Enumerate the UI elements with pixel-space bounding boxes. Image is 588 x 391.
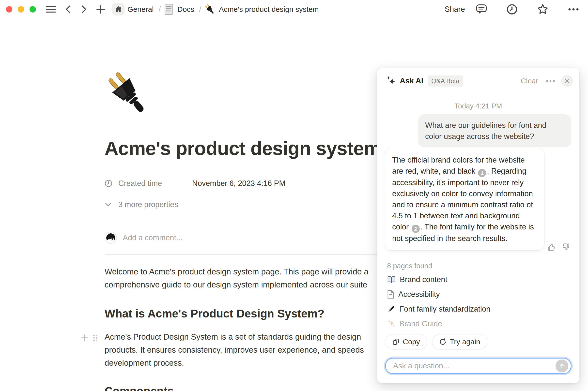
source-page-accessibility[interactable]: Accessibility [387,290,440,299]
intro-paragraph-line[interactable]: comprehensive guide to our design system… [105,280,367,290]
property-created-time[interactable]: Created time November 6, 2023 4:16 PM [105,179,285,188]
plug-icon [204,4,216,15]
share-button[interactable]: Share [445,5,465,14]
close-window-button[interactable] [6,6,12,12]
breadcrumb-separator: / [199,5,201,13]
try-again-button[interactable]: Try again [432,334,487,349]
zoom-window-button[interactable] [29,6,36,12]
source-page-font-family[interactable]: Font family standardization [387,305,490,313]
breadcrumb-separator: / [159,5,161,13]
page-title[interactable]: Acme's product design system [105,137,381,160]
user-question-bubble: What are our guidelines for font and col… [418,114,571,147]
home-icon [115,6,122,13]
try-again-button-label: Try again [450,338,480,346]
source-page-label: Font family standardization [399,305,490,313]
qa-beta-badge: Q&A Beta [428,76,463,87]
toolbar-right: Share [445,4,579,15]
add-block-icon[interactable] [81,334,89,342]
conversation-timestamp: Today 4:21 PM [377,102,579,110]
ask-ai-panel: Ask AI Q&A Beta Clear Today 4:21 PM What… [377,68,580,383]
breadcrumb-item-general[interactable]: General [127,5,154,13]
history-clock-icon[interactable] [506,4,518,15]
arrow-up-icon [558,362,566,370]
more-properties-label: 3 more properties [118,200,178,209]
thumbs-up-icon[interactable] [547,243,556,252]
section1-paragraph-line[interactable]: Acme's Product Design System is a set of… [105,332,361,342]
more-options-icon[interactable] [568,8,579,11]
thumbs-down-icon[interactable] [561,243,570,252]
add-comment-placeholder[interactable]: Add a comment... [123,233,183,242]
close-icon [564,78,570,84]
ask-question-placeholder: Ask a question... [393,362,556,370]
copy-button[interactable]: Copy [385,334,427,349]
source-page-label: Brand content [400,275,447,284]
section-heading-what-is[interactable]: What is Acme's Product Design System? [105,307,325,320]
close-panel-button[interactable] [561,75,573,87]
section1-paragraph-line[interactable]: development process. [105,358,184,368]
add-comment-row[interactable]: Add a comment... [105,232,183,244]
created-time-label: Created time [118,179,192,188]
sidebar-toggle-icon[interactable] [46,5,56,13]
citation-1[interactable]: 1 [478,169,486,177]
created-time-clock-icon [105,180,113,187]
panel-more-options-icon[interactable] [546,80,555,82]
minimize-window-button[interactable] [18,6,24,12]
breadcrumb-item-docs[interactable]: Docs [177,5,194,13]
ask-ai-header: Ask AI Q&A Beta Clear [386,75,573,87]
block-handles [81,334,98,342]
forward-icon[interactable] [80,5,88,14]
intro-paragraph-line[interactable]: Welcome to Acme's product design system … [105,267,368,276]
drag-handle-icon[interactable] [93,334,98,342]
ai-answer-bubble: The official brand colors for the websit… [385,148,544,251]
source-page-label: Accessibility [398,290,440,299]
citation-2[interactable]: 2 [412,225,420,233]
document-icon [387,290,394,299]
feedback-buttons [547,243,570,252]
answer-text: . Regarding accessibility, it's importan… [392,167,533,231]
pages-found-label: 8 pages found [387,262,432,270]
more-properties-toggle[interactable]: 3 more properties [105,200,178,209]
ai-sparkle-icon [386,76,396,86]
created-time-value: November 6, 2023 4:16 PM [192,179,285,188]
text-cursor [392,361,392,371]
page-plug-icon[interactable] [104,70,151,116]
source-page-brand-guide[interactable]: Brand Guide [387,319,442,328]
section-heading-components[interactable]: Components [105,384,174,391]
window-controls [6,6,36,12]
chevron-down-icon [105,202,112,207]
source-page-label: Brand Guide [399,319,442,328]
comments-icon[interactable] [476,4,487,15]
sparkles-icon [387,320,395,328]
clear-button[interactable]: Clear [521,77,538,85]
source-page-brand-content[interactable]: Brand content [387,275,447,284]
new-page-icon[interactable] [96,5,105,14]
retry-icon [439,338,447,346]
book-icon [387,276,396,284]
favorite-star-icon[interactable] [537,4,549,15]
send-question-button[interactable] [556,360,568,372]
copy-button-label: Copy [403,338,420,346]
breadcrumb: General / Docs / [112,3,321,15]
ask-question-input[interactable]: Ask a question... [385,358,572,374]
toolbar: General / Docs / [0,0,588,19]
document-icon [164,4,173,15]
section1-paragraph-line[interactable]: products. It ensures consistency, improv… [105,345,364,355]
breadcrumb-item-current-page[interactable]: Acme's product design system [219,5,319,13]
app-window: General / Docs / [0,0,588,391]
pen-icon [387,305,395,313]
ask-ai-title: Ask AI [400,77,423,85]
user-avatar [105,232,117,244]
back-icon[interactable] [64,5,72,14]
breadcrumb-home[interactable] [112,3,124,15]
answer-actions: Copy Try again [385,334,487,349]
copy-icon [392,338,400,346]
